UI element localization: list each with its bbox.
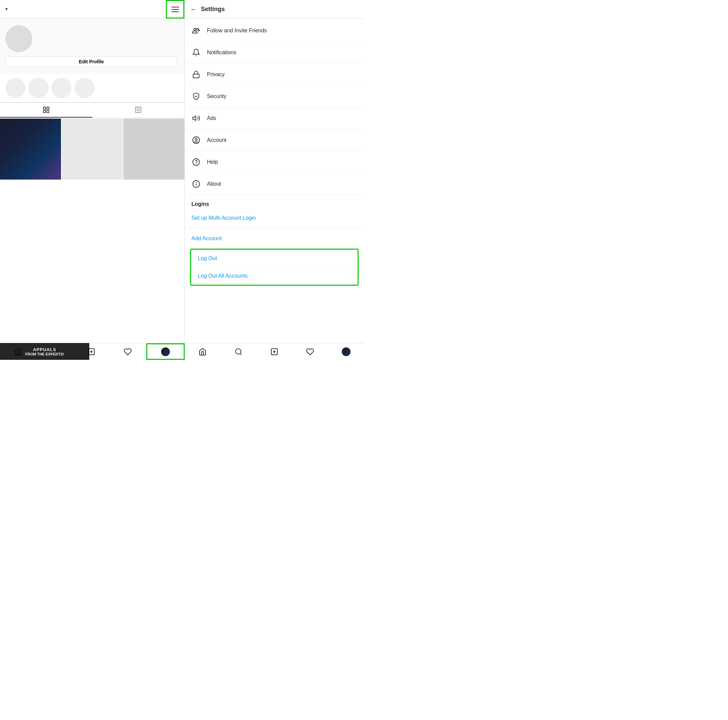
- watermark: APPUALS FROM THE EXPERTS!: [0, 343, 89, 360]
- tab-tagged[interactable]: [92, 103, 185, 118]
- stats-row: [0, 74, 184, 102]
- photo-item[interactable]: [123, 119, 184, 180]
- menu-item-logout[interactable]: Log Out: [191, 250, 358, 267]
- info-circle-icon: [191, 179, 201, 189]
- svg-line-23: [240, 353, 241, 355]
- divider: [185, 195, 364, 195]
- person-add-icon: [191, 26, 201, 35]
- person-circle-icon: [191, 135, 201, 145]
- bell-icon: [191, 48, 201, 57]
- nav-add-right[interactable]: [257, 343, 292, 360]
- ads-label: Ads: [207, 115, 216, 121]
- add-account-label: Add Account: [191, 235, 222, 242]
- svg-point-11: [195, 139, 197, 141]
- divider: [185, 41, 364, 42]
- watermark-tagline: FROM THE EXPERTS!: [25, 352, 64, 356]
- chevron-down-icon: ▾: [5, 7, 8, 11]
- top-bar-left: ▾: [0, 0, 184, 18]
- svg-point-12: [193, 159, 200, 165]
- bottom-nav-right: [185, 343, 364, 360]
- menu-item-about[interactable]: About: [185, 174, 364, 193]
- privacy-label: Privacy: [207, 72, 225, 78]
- svg-point-10: [193, 137, 200, 144]
- megaphone-icon: [191, 113, 201, 123]
- follow-invite-label: Follow and Invite Friends: [207, 28, 267, 34]
- hamburger-menu-button[interactable]: [166, 0, 184, 18]
- left-panel: ▾ Edit Profile: [0, 0, 185, 360]
- tab-bar: [0, 102, 184, 118]
- help-label: Help: [207, 159, 218, 165]
- nav-profile[interactable]: [146, 343, 185, 360]
- nav-profile-right[interactable]: [328, 343, 364, 360]
- settings-menu: Follow and Invite Friends Notifications: [185, 18, 364, 290]
- divider: [185, 107, 364, 107]
- divider: [185, 228, 364, 228]
- divider: [185, 173, 364, 173]
- menu-item-ads[interactable]: Ads: [185, 109, 364, 128]
- svg-rect-8: [193, 74, 199, 78]
- photo-item[interactable]: [0, 119, 61, 180]
- menu-item-privacy[interactable]: Privacy: [185, 65, 364, 84]
- notifications-label: Notifications: [207, 49, 236, 56]
- question-circle-icon: [191, 157, 201, 167]
- divider: [185, 151, 364, 151]
- shield-icon: [191, 92, 201, 101]
- username-area[interactable]: ▾: [5, 7, 8, 11]
- story-highlight[interactable]: [28, 78, 49, 98]
- svg-point-22: [236, 349, 241, 354]
- menu-item-follow-invite[interactable]: Follow and Invite Friends: [185, 21, 364, 40]
- story-highlight[interactable]: [5, 78, 26, 98]
- lock-icon: [191, 70, 201, 79]
- logout-label: Log Out: [198, 255, 217, 261]
- svg-rect-0: [43, 107, 46, 109]
- settings-title: Settings: [201, 6, 225, 13]
- nav-home-right[interactable]: [185, 343, 220, 360]
- story-highlight[interactable]: [74, 78, 94, 98]
- menu-item-logout-all[interactable]: Log Out All Accounts: [191, 267, 358, 285]
- multi-account-label: Set up Multi-Account Login: [191, 215, 256, 221]
- back-button[interactable]: ←: [190, 5, 197, 13]
- profile-area: Edit Profile: [0, 18, 184, 74]
- svg-point-5: [137, 109, 139, 111]
- svg-rect-4: [136, 107, 141, 113]
- menu-item-notifications[interactable]: Notifications: [185, 43, 364, 62]
- story-highlight[interactable]: [51, 78, 72, 98]
- menu-item-multi-account[interactable]: Set up Multi-Account Login: [185, 209, 364, 227]
- divider: [185, 63, 364, 64]
- edit-profile-button[interactable]: Edit Profile: [5, 56, 177, 67]
- logout-all-label: Log Out All Accounts: [198, 273, 248, 279]
- menu-item-help[interactable]: Help: [185, 153, 364, 171]
- settings-header: ← Settings: [185, 0, 364, 18]
- tab-grid[interactable]: [0, 103, 92, 118]
- svg-rect-3: [47, 110, 49, 113]
- nav-search-right[interactable]: [220, 343, 256, 360]
- divider: [185, 129, 364, 129]
- svg-marker-9: [193, 116, 196, 121]
- hamburger-icon: [171, 7, 179, 12]
- divider: [185, 85, 364, 86]
- svg-rect-1: [47, 107, 49, 109]
- watermark-brand: APPUALS: [25, 347, 64, 352]
- photo-grid: [0, 119, 184, 180]
- about-label: About: [207, 181, 221, 187]
- avatar: [5, 25, 32, 52]
- svg-rect-2: [43, 110, 46, 113]
- right-panel: ← Settings Follow and Invite Friends: [185, 0, 364, 360]
- menu-item-add-account[interactable]: Add Account: [185, 230, 364, 247]
- photo-item[interactable]: [62, 119, 123, 180]
- menu-item-security[interactable]: Security: [185, 87, 364, 106]
- nav-heart-right[interactable]: [292, 343, 328, 360]
- logins-section-header: Logins: [185, 196, 364, 209]
- account-label: Account: [207, 137, 226, 143]
- logout-section: Log Out Log Out All Accounts: [190, 249, 359, 286]
- security-label: Security: [207, 93, 226, 99]
- menu-item-account[interactable]: Account: [185, 131, 364, 150]
- nav-heart[interactable]: [110, 343, 146, 360]
